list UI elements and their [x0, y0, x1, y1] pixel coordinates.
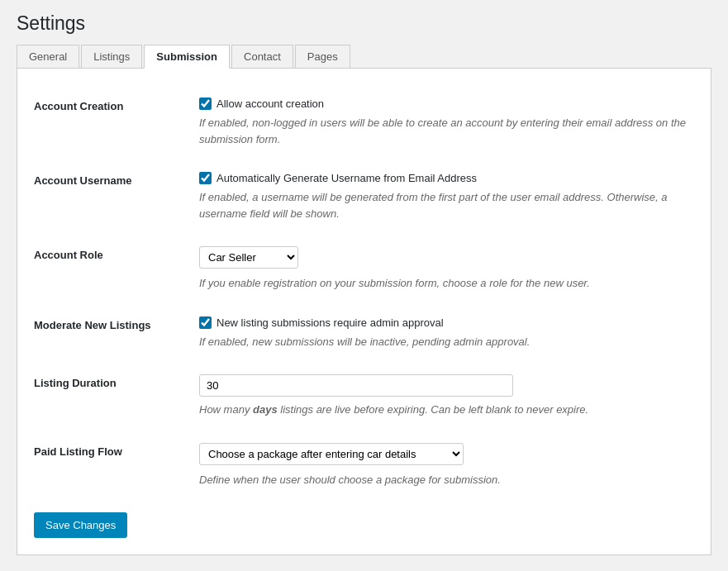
- select-account-role[interactable]: Car Seller Subscriber Contributor Author…: [199, 246, 298, 269]
- tab-submission[interactable]: Submission: [144, 45, 230, 69]
- label-account-username: Account Username: [26, 159, 191, 234]
- description-listing-duration: How many days listings are live before e…: [199, 402, 686, 418]
- label-moderate-listings: Moderate New Listings: [26, 304, 191, 363]
- control-listing-duration: How many days listings are live before e…: [191, 362, 694, 431]
- input-listing-duration[interactable]: [199, 374, 513, 397]
- tab-general[interactable]: General: [17, 45, 79, 68]
- checkbox-row-moderate-listings: New listing submissions require admin ap…: [199, 316, 686, 329]
- checkbox-account-creation[interactable]: [199, 98, 212, 110]
- label-listing-duration: Listing Duration: [26, 362, 191, 431]
- label-account-role: Account Role: [26, 234, 191, 304]
- page-title: Settings: [17, 12, 711, 35]
- description-account-username: If enabled, a username will be generated…: [199, 189, 686, 221]
- row-listing-duration: Listing Duration How many days listings …: [26, 362, 694, 431]
- checkbox-label-account-username: Automatically Generate Username from Ema…: [216, 172, 477, 184]
- settings-form: Account Creation Allow account creation …: [17, 69, 711, 555]
- tabs-nav: General Listings Submission Contact Page…: [17, 45, 711, 69]
- row-account-role: Account Role Car Seller Subscriber Contr…: [26, 234, 694, 304]
- form-table: Account Creation Allow account creation …: [26, 85, 694, 500]
- checkbox-account-username[interactable]: [199, 172, 212, 184]
- label-account-creation: Account Creation: [26, 85, 191, 159]
- row-moderate-listings: Moderate New Listings New listing submis…: [26, 304, 694, 363]
- checkbox-row-account-creation: Allow account creation: [199, 98, 686, 110]
- desc-bold: days: [253, 403, 278, 416]
- save-changes-button[interactable]: Save Changes: [34, 512, 127, 538]
- desc-after: listings are live before expiring. Can b…: [278, 403, 588, 416]
- tab-pages[interactable]: Pages: [295, 45, 350, 68]
- label-paid-listing-flow: Paid Listing Flow: [26, 431, 191, 501]
- description-moderate-listings: If enabled, new submissions will be inac…: [199, 334, 686, 350]
- checkbox-row-account-username: Automatically Generate Username from Ema…: [199, 172, 686, 184]
- checkbox-moderate-listings[interactable]: [199, 316, 212, 329]
- desc-before: How many: [199, 403, 253, 416]
- control-account-username: Automatically Generate Username from Ema…: [191, 159, 694, 234]
- row-account-username: Account Username Automatically Generate …: [26, 159, 694, 234]
- control-account-role: Car Seller Subscriber Contributor Author…: [191, 234, 694, 304]
- description-account-role: If you enable registration on your submi…: [199, 275, 686, 292]
- checkbox-label-moderate-listings: New listing submissions require admin ap…: [216, 316, 444, 329]
- control-account-creation: Allow account creation If enabled, non-l…: [191, 85, 694, 159]
- tab-contact[interactable]: Contact: [231, 45, 293, 68]
- row-account-creation: Account Creation Allow account creation …: [26, 85, 694, 159]
- control-paid-listing-flow: Choose a package after entering car deta…: [191, 431, 694, 501]
- control-moderate-listings: New listing submissions require admin ap…: [191, 304, 694, 363]
- select-paid-listing-flow[interactable]: Choose a package after entering car deta…: [199, 443, 464, 465]
- row-paid-listing-flow: Paid Listing Flow Choose a package after…: [26, 431, 694, 501]
- description-account-creation: If enabled, non-logged in users will be …: [199, 115, 686, 147]
- page-wrap: Settings General Listings Submission Con…: [0, 0, 728, 571]
- description-paid-listing-flow: Define when the user should choose a pac…: [199, 472, 686, 488]
- tab-listings[interactable]: Listings: [81, 45, 142, 68]
- checkbox-label-account-creation: Allow account creation: [216, 98, 324, 110]
